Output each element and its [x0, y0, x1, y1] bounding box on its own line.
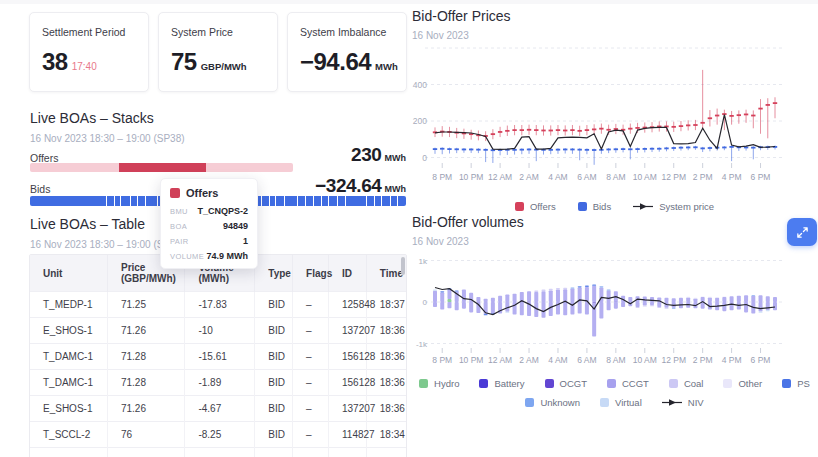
bids-bar-segment[interactable] [382, 196, 391, 206]
prices-chart-legend: OffersBidsSystem price [411, 201, 818, 212]
legend-item-ccgt[interactable]: CCGT [607, 378, 649, 389]
x-axis-tick-label: 10 AM [633, 355, 657, 365]
bids-bar-segment[interactable] [276, 196, 285, 206]
legend-item-battery[interactable]: Battery [479, 378, 524, 389]
x-axis-tick-label: 8 AM [606, 355, 625, 365]
table-row[interactable]: T_DAMC-171.28-1.89BID–15612818:36 [30, 370, 406, 396]
table-row[interactable]: T_DAMC-171.28-15.61BID–15612818:36 [30, 344, 406, 370]
y-axis-tick-label: 400 [413, 80, 427, 90]
tooltip-row-label: PAIR [170, 237, 189, 246]
y-axis-tick-label: 200 [413, 116, 427, 126]
legend-item-hydro[interactable]: Hydro [419, 378, 459, 389]
legend-item-other[interactable]: Other [723, 378, 762, 389]
table-column-header[interactable]: Unit [30, 255, 107, 292]
legend-item-ps[interactable]: PS [782, 378, 810, 389]
table-cell: 76 [107, 422, 184, 448]
prices-chart-title: Bid-Offer Prices [412, 8, 511, 24]
x-axis-tick-label: 6 PM [751, 355, 771, 365]
bids-bar-segment[interactable] [322, 196, 328, 206]
bids-bar-segment[interactable] [346, 196, 367, 206]
bids-bar-segment[interactable] [121, 196, 130, 206]
table-cell: – [293, 292, 329, 318]
offers-total-unit: MWh [385, 153, 407, 163]
bids-bar-segment[interactable] [138, 196, 146, 206]
table-cell: 71.26 [107, 396, 184, 422]
x-axis-tick-label: 10 AM [633, 172, 657, 182]
table-column-header[interactable]: Flags [293, 255, 329, 292]
table-row[interactable]: T_SCCL-276-8.25BID–11482718:34 [30, 422, 406, 448]
legend-item-ocgt[interactable]: OCGT [545, 378, 587, 389]
volumes-chart-legend-row-1: HydroBatteryOCGTCCGTCoalOtherPS [411, 378, 818, 389]
bids-bar-segment[interactable] [107, 196, 114, 206]
legend-swatch-icon [669, 379, 678, 388]
table-cell: E_SHOS-1 [30, 396, 107, 422]
system-imbalance-unit: MWh [375, 61, 398, 72]
legend-label: Hydro [434, 378, 459, 389]
offers-swatch-icon [170, 188, 180, 198]
volumes-chart-legend-row-2: UnknownVirtualNIV [411, 397, 818, 408]
table-cell: 137207 [329, 396, 367, 422]
table-row[interactable]: E_SHOS-171.26-4.67BID–13720718:36 [30, 396, 406, 422]
legend-swatch-icon [479, 379, 488, 388]
bid-offer-prices-chart[interactable]: 02004008 PM10 PM12 AM2 AM4 AM6 AM8 AM10 … [411, 40, 818, 195]
bids-bar-segment[interactable] [298, 196, 305, 206]
offers-bar-highlight-segment[interactable] [119, 163, 206, 172]
table-cell: E_SHOS-1 [30, 318, 107, 344]
tooltip-row: PAIR1 [170, 236, 248, 246]
bids-bar-segment[interactable] [115, 196, 120, 206]
table-row[interactable]: E_SHOS-171.26-10BID–13720718:36 [30, 318, 406, 344]
bids-bar-segment[interactable] [367, 196, 374, 206]
card-system-imbalance: System Imbalance −94.64 MWh [287, 12, 407, 92]
legend-item-bids[interactable]: Bids [578, 201, 611, 212]
bids-bar-segment[interactable] [146, 196, 156, 206]
system-imbalance-value: −94.64 [300, 48, 371, 76]
offers-stack-bar[interactable] [30, 163, 293, 172]
legend-label: PS [797, 378, 810, 389]
bids-bar-segment[interactable] [391, 196, 397, 206]
system-price-unit: GBP/MWh [201, 61, 247, 72]
x-axis-tick-label: 2 AM [519, 355, 538, 365]
x-axis-tick-label: 8 PM [432, 355, 452, 365]
stacks-section-title: Live BOAs – Stacks [30, 110, 154, 126]
table-cell: – [293, 422, 329, 448]
legend-item-offers[interactable]: Offers [515, 201, 556, 212]
bids-bar-segment[interactable] [338, 196, 345, 206]
table-scrollbar[interactable] [401, 257, 405, 275]
table-cell: 137207 [329, 318, 367, 344]
x-axis-tick-label: 4 PM [722, 355, 742, 365]
legend-item-unknown[interactable]: Unknown [525, 397, 580, 408]
bids-bar-segment[interactable] [262, 196, 269, 206]
legend-swatch-icon [723, 379, 732, 388]
x-axis-tick-label: 12 PM [661, 172, 686, 182]
table-column-header[interactable]: Type [255, 255, 293, 292]
system-price-value: 75 [171, 48, 197, 76]
bids-bar-segment[interactable] [314, 196, 322, 206]
y-axis-tick-label: -1k [416, 340, 428, 349]
expand-chart-button[interactable] [787, 218, 817, 246]
table-cell [107, 448, 184, 457]
y-axis-tick-label: 0 [422, 153, 427, 163]
tooltip-row-value: 94849 [223, 221, 248, 231]
table-cell [293, 448, 329, 457]
legend-item-virtual[interactable]: Virtual [600, 397, 642, 408]
table-cell: -10 [185, 318, 255, 344]
bids-bar-segment[interactable] [398, 196, 406, 206]
tooltip-row-value: 1 [243, 236, 248, 246]
legend-item-system-price[interactable]: System price [633, 201, 714, 212]
bids-bar-segment[interactable] [375, 196, 380, 206]
bids-bar-segment[interactable] [131, 196, 137, 206]
offers-total-value: 230 [351, 144, 382, 165]
bids-bar-segment[interactable] [285, 196, 297, 206]
legend-item-niv[interactable]: NIV [662, 397, 704, 408]
legend-item-coal[interactable]: Coal [669, 378, 704, 389]
bids-bar-segment[interactable] [306, 196, 312, 206]
table-row[interactable]: T_MEDP-171.25-17.83BID–12584818:37 [30, 292, 406, 318]
table-cell: -4.67 [185, 396, 255, 422]
table-cell: – [293, 370, 329, 396]
bids-bar-segment[interactable] [270, 196, 275, 206]
bids-bar-segment[interactable] [329, 196, 337, 206]
table-column-header[interactable]: ID [329, 255, 367, 292]
bids-bar-segment[interactable] [30, 196, 106, 206]
bid-offer-volumes-chart[interactable]: 1k0-1k8 PM10 PM12 AM2 AM4 AM6 AM8 AM10 A… [411, 250, 818, 370]
x-axis-tick-label: 12 AM [488, 355, 512, 365]
